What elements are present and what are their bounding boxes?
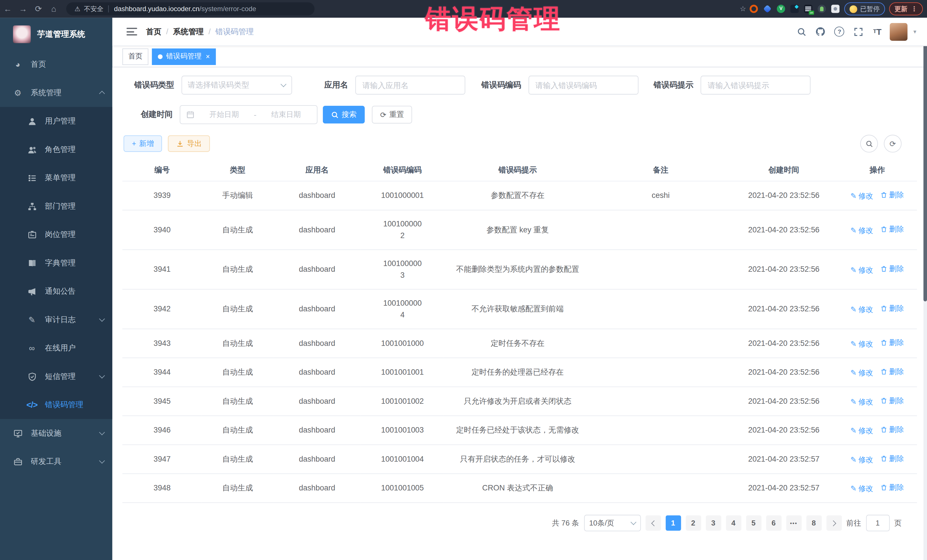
sidebar-item-error-code-management[interactable]: </> 错误码管理 [0,391,112,419]
edit-link[interactable]: ✎修改 [851,454,873,466]
edit-icon: ✎ [851,304,857,316]
delete-link[interactable]: 删除 [880,263,904,275]
delete-link[interactable]: 删除 [880,366,904,378]
edit-link[interactable]: ✎修改 [851,338,873,350]
sidebar-item-online-users[interactable]: ∞ 在线用户 [0,334,112,362]
error-hint-input[interactable] [701,76,811,94]
breadcrumb-separator: / [208,27,211,36]
scrollbar-thumb[interactable] [924,24,927,301]
edit-link[interactable]: ✎修改 [851,225,873,237]
extension-icon[interactable]: on [804,5,812,13]
sidebar-item-role-management[interactable]: 角色管理 [0,135,112,164]
reset-button[interactable]: ⟳ 重置 [372,106,412,123]
bookmark-star-icon[interactable]: ☆ [740,5,746,13]
breadcrumb-home[interactable]: 首页 [146,26,161,37]
sidebar: 芋道管理系统 ◕ 首页 ⚙ 系统管理 用户管理 [0,18,112,560]
home-icon[interactable]: ⌂ [46,4,62,14]
page-button-5[interactable]: 5 [746,515,761,531]
extension-icon[interactable] [749,5,758,13]
sidebar-item-post-management[interactable]: 岗位管理 [0,220,112,249]
error-code-type-select[interactable]: 请选择错误码类型 [181,76,292,94]
sidebar-item-dept-management[interactable]: 部门管理 [0,192,112,220]
caret-down-icon[interactable]: ▾ [913,28,916,35]
profile-chip[interactable]: 已暂停 [844,2,885,15]
page-button-2[interactable]: 2 [685,515,701,531]
error-code-input[interactable] [528,76,638,94]
sidebar-item-dev-tools[interactable]: 研发工具 [0,448,112,476]
page-button-8[interactable]: 8 [806,515,821,531]
delete-link[interactable]: 删除 [880,302,904,314]
app-name-input[interactable] [356,76,465,94]
infinity-link-icon: ∞ [27,343,36,353]
fullscreen-icon[interactable] [852,25,865,38]
page-button-4[interactable]: 4 [726,515,741,531]
extension-icon[interactable] [763,5,772,13]
logo-row[interactable]: 芋道管理系统 [0,18,112,50]
extensions-puzzle-icon[interactable] [831,5,839,13]
refresh-table-icon[interactable]: ⟳ [884,135,902,153]
more-pages-button[interactable]: ••• [786,515,801,531]
not-secure-warning-icon: ⚠ [74,5,80,13]
breadcrumb-system[interactable]: 系统管理 [173,26,204,37]
add-button[interactable]: + 新增 [123,135,162,152]
sidebar-item-audit-log[interactable]: ✎ 审计日志 [0,306,112,334]
edit-link[interactable]: ✎修改 [851,264,873,276]
page-button-6[interactable]: 6 [766,515,781,531]
font-size-icon[interactable]: TT [871,25,884,38]
extension-icon[interactable]: V [777,5,785,13]
edit-link[interactable]: ✎修改 [851,396,873,408]
extension-icon[interactable] [818,5,826,13]
sidebar-item-infrastructure[interactable]: 基础设施 [0,419,112,448]
address-bar[interactable]: ⚠ 不安全 dashboard.yudao.iocoder.cn /system… [66,2,315,15]
kebab-menu-icon[interactable]: ⋮ [911,5,918,13]
delete-link[interactable]: 删除 [880,424,904,436]
sidebar-toggle-hamburger-icon[interactable] [127,28,137,35]
prev-page-button[interactable] [645,515,661,531]
page-size-select[interactable]: 10条/页 [584,514,641,531]
sidebar-item-dict-management[interactable]: 字典管理 [0,249,112,277]
github-icon[interactable] [814,25,827,38]
edit-link[interactable]: ✎修改 [851,367,873,379]
reload-icon[interactable]: ⟳ [31,4,46,14]
scrollbar-track[interactable] [924,18,927,560]
page-button-3[interactable]: 3 [706,515,721,531]
sidebar-item-menu-management[interactable]: 菜单管理 [0,164,112,192]
edit-link[interactable]: ✎修改 [851,425,873,437]
back-icon[interactable]: ← [0,4,15,14]
not-secure-label: 不安全 [84,5,103,14]
page-button-1[interactable]: 1 [666,515,681,531]
create-time-range-picker[interactable]: 开始日期 - 结束日期 [180,105,318,124]
edit-link[interactable]: ✎修改 [851,304,873,316]
goto-page-input[interactable] [866,514,889,531]
forward-icon[interactable]: → [15,4,31,14]
search-icon[interactable] [795,25,808,38]
export-button[interactable]: 导出 [168,135,210,152]
delete-link[interactable]: 删除 [880,337,904,348]
delete-link[interactable]: 删除 [880,395,904,407]
search-toggle-icon[interactable] [860,135,878,153]
refresh-icon: ⟳ [380,110,386,119]
sidebar-item-notice[interactable]: 通知公告 [0,277,112,305]
sidebar-item-user-management[interactable]: 用户管理 [0,107,112,135]
sidebar-item-home[interactable]: ◕ 首页 [0,50,112,78]
extension-icon[interactable] [790,5,799,13]
update-button[interactable]: 更新 ⋮ [889,2,923,15]
delete-link[interactable]: 删除 [880,223,904,235]
delete-link[interactable]: 删除 [880,453,904,464]
close-icon[interactable]: × [206,53,210,60]
cell-app: dashboard [273,290,360,329]
delete-link[interactable]: 删除 [880,189,904,201]
avatar[interactable] [890,23,907,41]
tab-error-code[interactable]: 错误码管理 × [152,48,216,65]
delete-link[interactable]: 删除 [880,482,904,493]
book-icon [27,258,36,268]
sidebar-item-system-management[interactable]: ⚙ 系统管理 [0,79,112,107]
edit-link[interactable]: ✎修改 [851,190,873,202]
tab-home[interactable]: 首页 [122,48,148,65]
sidebar-item-sms-management[interactable]: 短信管理 [0,363,112,391]
edit-link[interactable]: ✎修改 [851,483,873,495]
search-button[interactable]: 搜索 [323,106,365,123]
trash-icon [880,339,887,346]
next-page-button[interactable] [826,515,842,531]
help-icon[interactable]: ? [833,25,846,38]
